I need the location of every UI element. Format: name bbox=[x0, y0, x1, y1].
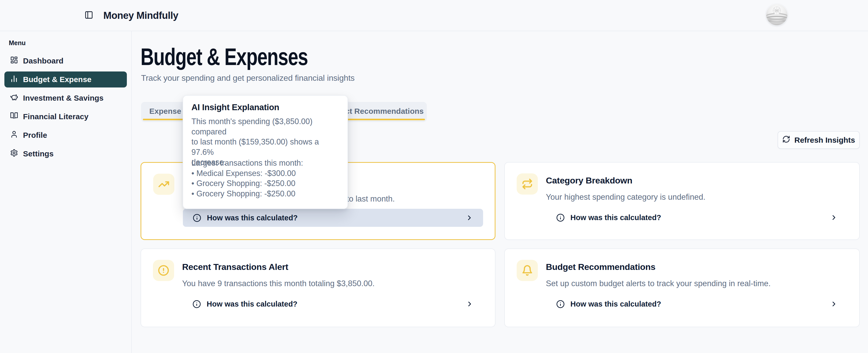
sidebar-item-label: Budget & Expense bbox=[23, 75, 91, 84]
book-open-icon bbox=[10, 112, 18, 121]
refresh-icon bbox=[782, 135, 790, 145]
info-icon bbox=[192, 300, 201, 308]
sidebar-item-label: Financial Literacy bbox=[23, 112, 88, 121]
sidebar-item-settings[interactable]: Settings bbox=[4, 146, 127, 162]
popover-paragraph-transactions: Largest transactions this month: • Medic… bbox=[191, 158, 340, 199]
how-calculated-button[interactable]: How was this calculated? bbox=[547, 295, 847, 313]
bar-chart-icon bbox=[10, 75, 18, 84]
card-category-breakdown: Category Breakdown Your highest spending… bbox=[504, 162, 860, 240]
how-calculated-button[interactable]: How was this calculated? bbox=[183, 209, 483, 227]
sidebar-nav: Dashboard Budget & Expense Investment & … bbox=[0, 53, 131, 162]
sidebar-item-investment-savings[interactable]: Investment & Savings bbox=[4, 90, 127, 106]
chevron-right-icon bbox=[466, 300, 473, 308]
card-description: You have 9 transactions this month total… bbox=[182, 279, 375, 288]
app-title: Money Mindfully bbox=[103, 10, 178, 21]
card-title: Budget Recommendations bbox=[546, 262, 655, 272]
gear-icon bbox=[10, 149, 18, 159]
user-icon bbox=[10, 130, 18, 140]
ai-insight-popover: AI Insight Explanation This month's spen… bbox=[183, 95, 348, 209]
card-description: Your highest spending category is undefi… bbox=[546, 192, 706, 202]
how-calculated-label: How was this calculated? bbox=[570, 213, 661, 222]
chevron-right-icon bbox=[830, 214, 838, 221]
alert-circle-icon bbox=[153, 260, 174, 281]
how-calculated-button[interactable]: How was this calculated? bbox=[183, 295, 483, 313]
card-description: Set up custom budget alerts to track you… bbox=[546, 279, 771, 288]
card-title: Category Breakdown bbox=[546, 175, 632, 185]
info-icon bbox=[556, 213, 565, 222]
panel-left-icon bbox=[85, 10, 93, 20]
sidebar: Menu Dashboard Budget & Expense Investme… bbox=[0, 31, 132, 353]
info-icon bbox=[193, 214, 201, 222]
card-recent-transactions-alert: Recent Transactions Alert You have 9 tra… bbox=[141, 248, 495, 327]
sidebar-item-label: Profile bbox=[23, 131, 47, 140]
bell-icon bbox=[517, 260, 538, 281]
how-calculated-label: How was this calculated? bbox=[570, 300, 661, 308]
sidebar-item-financial-literacy[interactable]: Financial Literacy bbox=[4, 109, 127, 125]
sidebar-item-label: Dashboard bbox=[23, 57, 64, 65]
info-icon bbox=[556, 300, 565, 308]
chevron-right-icon bbox=[830, 300, 838, 308]
piggy-bank-icon bbox=[10, 93, 18, 103]
sidebar-item-budget-expense[interactable]: Budget & Expense bbox=[4, 71, 127, 87]
sidebar-item-dashboard[interactable]: Dashboard bbox=[4, 53, 127, 69]
avatar[interactable] bbox=[766, 4, 788, 26]
popover-title: AI Insight Explanation bbox=[191, 102, 279, 112]
how-calculated-label: How was this calculated? bbox=[207, 300, 297, 308]
card-title: Recent Transactions Alert bbox=[182, 262, 288, 272]
sidebar-toggle-button[interactable] bbox=[83, 10, 95, 21]
refresh-insights-label: Refresh Insights bbox=[795, 136, 855, 144]
how-calculated-label: How was this calculated? bbox=[207, 214, 298, 222]
sidebar-item-profile[interactable]: Profile bbox=[4, 127, 127, 143]
app-screen: Money Mindfully bbox=[0, 0, 868, 353]
page-title: Budget & Expenses bbox=[141, 45, 308, 69]
layout-dashboard-icon bbox=[10, 56, 18, 66]
card-description-fragment: to last month. bbox=[347, 194, 395, 204]
refresh-insights-button[interactable]: Refresh Insights bbox=[778, 131, 860, 149]
sidebar-item-label: Settings bbox=[23, 149, 54, 158]
repeat-icon bbox=[517, 173, 538, 195]
top-bar: Money Mindfully bbox=[0, 0, 868, 31]
chevron-right-icon bbox=[466, 214, 473, 222]
sidebar-section-label: Menu bbox=[9, 39, 131, 47]
card-budget-recommendations: Budget Recommendations Set up custom bud… bbox=[504, 248, 860, 327]
sidebar-item-label: Investment & Savings bbox=[23, 94, 103, 102]
page-subtitle: Track your spending and get personalized… bbox=[141, 73, 355, 83]
how-calculated-button[interactable]: How was this calculated? bbox=[547, 209, 847, 226]
trending-up-icon bbox=[153, 174, 175, 195]
